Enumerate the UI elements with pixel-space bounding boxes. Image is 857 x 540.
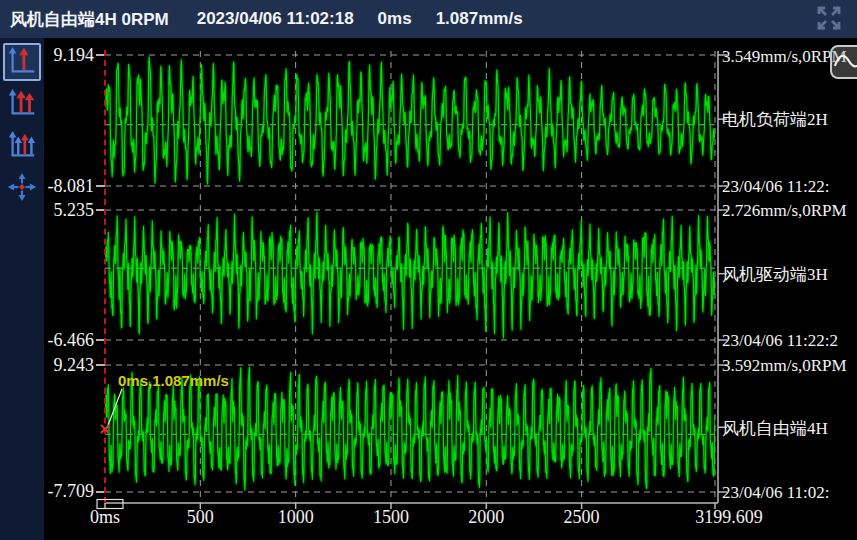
pan-move-icon [7,172,37,202]
peak-label-chart2: 2.726mm/s,0RPM [722,201,857,220]
multi-waveform-icon [6,129,38,161]
x-tick-500: 500 [187,507,214,528]
cursor-annotation: 0ms,1.087mm/s [118,372,229,389]
timestamp-label-chart1: 23/04/06 11:22: [722,177,857,196]
peak-label-chart3: 3.592mm/s,0RPM [722,356,857,375]
time-cursor-line[interactable] [104,50,106,503]
x-tick-end: 3199.609 [695,507,763,528]
waveform-tool-button[interactable] [830,45,857,79]
channel-label-chart2: 风机驱动端3H [722,265,857,284]
y-min-label-chart1: -8.081 [44,177,94,196]
timestamp-label-chart2: 23/04/06 11:22:2 [722,331,857,350]
y-max-label-chart1: 9.194 [44,46,94,65]
chart-area: 9.194 -8.081 5.235 -6.466 9.243 -7.709 3… [44,38,857,540]
multi-waveform-view-button[interactable] [3,127,41,165]
single-waveform-view-button[interactable] [3,43,41,81]
dual-waveform-icon [6,87,38,119]
x-tick-2500: 2500 [564,507,600,528]
x-tick-1500: 1500 [373,507,409,528]
page-title: 风机自由端4H 0RPM [10,8,169,31]
toolbar-sidebar [0,38,44,540]
single-waveform-icon [6,45,38,77]
dual-waveform-view-button[interactable] [3,85,41,123]
channel-label-chart3: 风机自由端4H [722,419,857,438]
waveform-plot-fan-drive-3h[interactable] [105,210,715,340]
pan-move-button[interactable] [3,169,41,207]
app-window: 风机自由端4H 0RPM 2023/04/06 11:02:18 0ms 1.0… [0,0,857,540]
sine-wave-icon [832,47,857,77]
y-min-label-chart2: -6.466 [44,331,94,350]
fullscreen-expand-icon[interactable] [812,3,846,35]
waveform-plot-motor-load-2h[interactable] [105,55,715,186]
x-tick-1000: 1000 [278,507,314,528]
channel-label-chart1: 电机负荷端2H [722,110,857,129]
header-datetime: 2023/04/06 11:02:18 [197,9,354,29]
header-bar: 风机自由端4H 0RPM 2023/04/06 11:02:18 0ms 1.0… [0,0,857,38]
y-max-label-chart3: 9.243 [44,356,94,375]
timestamp-label-chart3: 23/04/06 11:02: [722,483,857,502]
header-cursor-value: 1.087mm/s [436,9,523,29]
x-tick-0: 0ms [90,507,120,528]
y-min-label-chart3: -7.709 [44,482,94,501]
y-max-label-chart2: 5.235 [44,201,94,220]
expand-arrows-icon [814,3,844,33]
header-cursor-time: 0ms [378,9,412,29]
x-tick-2000: 2000 [468,507,504,528]
